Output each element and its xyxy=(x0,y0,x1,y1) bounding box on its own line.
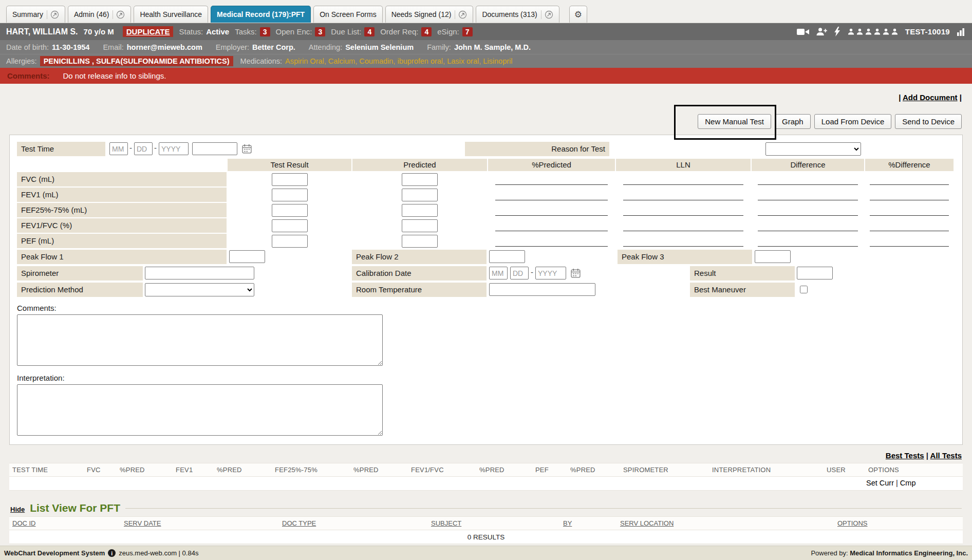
peak-flow-2-input[interactable] xyxy=(489,250,525,263)
result-input[interactable] xyxy=(797,267,833,279)
allergies-badge[interactable]: PENICILLINS , SULFA(SULFONAMIDE ANTIBIOT… xyxy=(40,56,233,66)
calibration-month-input[interactable] xyxy=(489,267,508,279)
add-document-link[interactable]: Add Document xyxy=(903,93,958,102)
fvc-test-result-input[interactable] xyxy=(272,173,308,186)
fev1fvc-test-result-input[interactable] xyxy=(272,219,308,232)
calendar-icon[interactable] xyxy=(571,268,581,278)
col-difference: Difference xyxy=(752,159,864,171)
tasks-count-badge[interactable]: 3 xyxy=(260,27,270,36)
open-enc-count-badge[interactable]: 3 xyxy=(315,27,325,36)
bar-chart-icon[interactable] xyxy=(957,28,966,36)
patient-banner: HART, WILLIAM S. 70 y/o M DUPLICATE Stat… xyxy=(0,23,972,40)
medication-link[interactable]: Lasix oral xyxy=(447,57,483,65)
cmp-link[interactable]: Cmp xyxy=(900,479,916,487)
tab-summary[interactable]: Summary xyxy=(6,6,65,23)
tab-health-surveillance-label: Health Surveillance xyxy=(140,10,202,18)
pef-predicted-input[interactable] xyxy=(402,235,438,248)
test-time-year-input[interactable] xyxy=(159,142,189,155)
graph-button[interactable]: Graph xyxy=(775,114,811,129)
info-icon[interactable]: i xyxy=(108,549,116,557)
pef-test-result-input[interactable] xyxy=(272,235,308,248)
lvcol-serv-location[interactable]: SERV LOCATION xyxy=(620,519,674,527)
family-label: Family: xyxy=(427,43,451,51)
peak-flow-row: Peak Flow 1 Peak Flow 2 Peak Flow 3 xyxy=(17,249,955,265)
order-req-label: Order Req: xyxy=(380,27,418,36)
tab-on-screen-forms[interactable]: On Screen Forms xyxy=(313,6,382,23)
spirometer-row: Spirometer Calibration Date - Result xyxy=(17,266,955,281)
order-req-count-badge[interactable]: 4 xyxy=(421,27,432,36)
medication-link[interactable]: Calcium xyxy=(328,57,359,65)
all-tests-link[interactable]: All Tests xyxy=(930,451,962,460)
due-list-count-badge[interactable]: 4 xyxy=(364,27,375,36)
patient-group-icons[interactable] xyxy=(847,28,899,35)
fvc-predicted-input[interactable] xyxy=(402,173,438,186)
new-manual-test-button[interactable]: New Manual Test xyxy=(698,114,771,129)
reason-for-test-select[interactable] xyxy=(765,142,861,156)
medication-link[interactable]: Aspirin Oral xyxy=(285,57,328,65)
footer-host-link[interactable]: zeus.med-web.com | 0.84s xyxy=(119,549,198,557)
prediction-method-select[interactable] xyxy=(145,283,254,296)
rcol-pef: PEF xyxy=(535,466,549,474)
fef2575-predicted-input[interactable] xyxy=(402,204,438,217)
peak-flow-3-input[interactable] xyxy=(755,250,791,263)
calendar-icon[interactable] xyxy=(242,144,252,154)
tab-settings-gear[interactable]: ⚙ xyxy=(569,6,587,23)
medication-link[interactable]: Lisinopril xyxy=(483,57,512,65)
list-view-column-headers: DOC ID SERV DATE DOC TYPE SUBJECT BY SER… xyxy=(9,516,963,530)
list-view-empty-state: 0 RESULTS xyxy=(9,530,963,544)
email-value[interactable]: horner@mieweb.com xyxy=(127,43,202,51)
lightning-icon[interactable] xyxy=(834,27,840,36)
status-field: Status: Active xyxy=(179,27,229,36)
popup-icon[interactable] xyxy=(455,10,467,19)
video-camera-icon[interactable] xyxy=(797,28,809,36)
test-time-label: Test Time xyxy=(17,142,105,156)
tab-needs-signed[interactable]: Needs Signed (12) xyxy=(385,6,474,23)
popup-icon[interactable] xyxy=(541,10,553,19)
attending-field: Attending: Selenium Selenium xyxy=(309,43,414,51)
test-time-time-input[interactable] xyxy=(192,142,237,155)
best-tests-link[interactable]: Best Tests xyxy=(886,451,924,460)
peak-flow-1-input[interactable] xyxy=(229,250,265,263)
esign-count-badge[interactable]: 7 xyxy=(462,27,473,36)
calibration-day-input[interactable] xyxy=(510,267,529,279)
lvcol-doc-type[interactable]: DOC TYPE xyxy=(282,519,316,527)
fev1fvc-lln-line xyxy=(623,220,743,231)
tab-health-surveillance[interactable]: Health Surveillance xyxy=(134,6,208,23)
room-temperature-input[interactable] xyxy=(489,283,595,296)
test-time-day-input[interactable] xyxy=(134,142,153,155)
medication-link[interactable]: ibuprofen oral xyxy=(397,57,447,65)
send-to-device-button[interactable]: Send to Device xyxy=(895,114,962,129)
lvcol-doc-id[interactable]: DOC ID xyxy=(12,519,36,527)
best-maneuver-checkbox[interactable] xyxy=(800,286,808,293)
hide-list-view-link[interactable]: Hide xyxy=(10,506,25,513)
allergies-medications-row: Allergies: PENICILLINS , SULFA(SULFONAMI… xyxy=(0,54,972,68)
rcol-pred-1: %PRED xyxy=(120,466,145,474)
lvcol-serv-date[interactable]: SERV DATE xyxy=(124,519,161,527)
lvcol-by[interactable]: BY xyxy=(563,519,572,527)
test-time-month-input[interactable] xyxy=(109,142,128,155)
fvc-lln-line xyxy=(623,174,743,185)
load-from-device-button[interactable]: Load From Device xyxy=(814,114,892,129)
calibration-year-input[interactable] xyxy=(535,267,566,279)
tab-documents[interactable]: Documents (313) xyxy=(476,6,559,23)
add-person-icon[interactable] xyxy=(816,27,828,36)
spirometer-input[interactable] xyxy=(145,267,254,279)
patient-comments-bar: Comments: Do not release info to sibling… xyxy=(0,68,972,84)
lvcol-subject[interactable]: SUBJECT xyxy=(431,519,461,527)
rcol-options: OPTIONS xyxy=(868,466,899,474)
tab-admin[interactable]: Admin (46) xyxy=(68,6,131,23)
interpretation-textarea[interactable] xyxy=(17,384,383,436)
set-curr-link[interactable]: Set Curr xyxy=(866,479,894,487)
fev1-predicted-input[interactable] xyxy=(402,189,438,201)
fev1fvc-predicted-input[interactable] xyxy=(402,219,438,232)
duplicate-flag[interactable]: DUPLICATE xyxy=(123,26,174,37)
fev1-test-result-input[interactable] xyxy=(272,189,308,201)
tab-medical-record[interactable]: Medical Record (179):PFT xyxy=(211,6,311,23)
lvcol-options[interactable]: OPTIONS xyxy=(837,519,868,527)
popup-icon[interactable] xyxy=(113,10,125,19)
fef2575-test-result-input[interactable] xyxy=(272,204,308,217)
comments-textarea[interactable] xyxy=(17,314,383,366)
popup-icon[interactable] xyxy=(47,10,59,19)
tab-needs-signed-label: Needs Signed (12) xyxy=(391,10,452,18)
medication-link[interactable]: Coumadin xyxy=(359,57,397,65)
